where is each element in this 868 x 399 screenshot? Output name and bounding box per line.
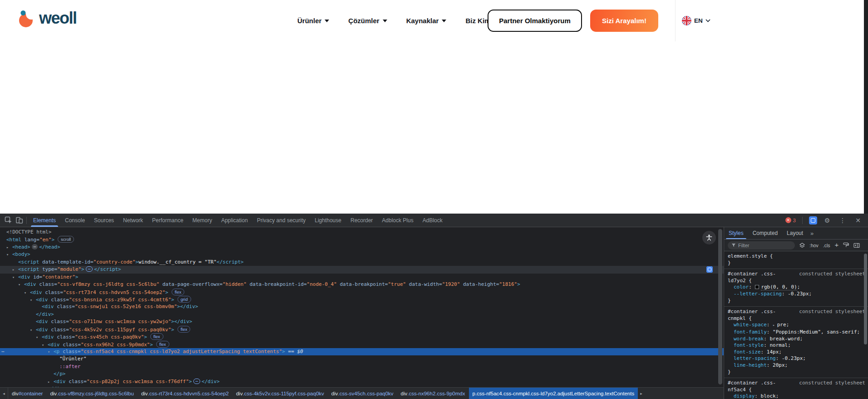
breadcrumb-item[interactable]: div.css-rt73r4.css-hdvvn5.css-54oep2 (138, 388, 232, 399)
devtools-tab-network[interactable]: Network (118, 214, 148, 227)
devtools-tab-adblock-plus[interactable]: Adblock Plus (377, 214, 418, 227)
css-rule-selector[interactable]: element.style { (728, 253, 773, 260)
dom-tree-row[interactable]: </div> (0, 311, 724, 318)
collapse-arrow-icon[interactable]: ▾ (42, 341, 48, 349)
collapse-arrow-icon[interactable]: ▾ (18, 281, 24, 289)
devtools-tab-adblock[interactable]: AdBlock (418, 214, 447, 227)
css-rule-selector[interactable]: ld7yo2 { (728, 278, 752, 284)
page-scrollbar[interactable] (864, 0, 868, 214)
row-options-dots-icon[interactable]: ⋯ (1, 348, 5, 356)
css-property[interactable]: font-style: normal; (728, 342, 865, 349)
cta-button[interactable]: Sizi Arayalım! (590, 10, 658, 32)
close-devtools-icon[interactable]: ✕ (853, 215, 863, 226)
dom-tree-row[interactable]: ▾<div class="css-bnsnia css-z9kw5f css-4… (0, 296, 724, 303)
dom-tree-row[interactable]: "Ürünler" (0, 355, 724, 363)
dom-tree-row[interactable]: <div class="css-snwju1 css-52ye16 css-bb… (0, 303, 724, 310)
styles-scrollbar[interactable] (864, 254, 867, 344)
pseudo-state-button[interactable]: :hov (809, 243, 819, 248)
dom-tree-row[interactable]: <div class="css-o711nw css-wc1msa css-yw… (0, 318, 724, 325)
css-property[interactable]: color: rgb(0, 0, 0); (728, 284, 865, 291)
breadcrumb-back-icon[interactable]: ◂ (0, 388, 8, 399)
nav-item-kaynaklar[interactable]: Kaynaklar (406, 17, 447, 25)
dom-tree-row[interactable]: ::after (0, 363, 724, 370)
dom-tree-row[interactable]: ▾<div class="css-rt73r4 css-hdvvn5 css-5… (0, 289, 724, 296)
css-property[interactable]: --letter-spacing: -0.23px; (728, 291, 865, 298)
device-toolbar-icon[interactable] (14, 215, 25, 226)
sidebar-tab-computed[interactable]: Computed (748, 227, 782, 239)
css-property[interactable]: font-family: "Poppins:Medium", sans-seri… (728, 329, 865, 336)
breadcrumb-forward-icon[interactable]: ▸ (638, 388, 645, 399)
css-rule-selector[interactable]: #container .css- (728, 380, 776, 387)
css-rule-selector[interactable]: nf5ac4 { (728, 387, 752, 393)
collapse-arrow-icon[interactable]: ▾ (36, 334, 42, 341)
css-property[interactable]: letter-spacing: -0.23px; (728, 355, 865, 362)
dom-tree-row[interactable]: </p> (0, 370, 724, 378)
accessibility-fab[interactable] (702, 231, 716, 244)
breadcrumb-item[interactable]: div.css-nx96h2.css-9p0mdx (397, 388, 469, 399)
format-painter-icon[interactable] (843, 242, 849, 248)
dom-tree-row[interactable]: ▸<div class="css-p82p2j css-wc1msa css-f… (0, 378, 724, 385)
nav-item-r-nler[interactable]: Ürünler (297, 17, 329, 25)
partner-button[interactable]: Partner Olmaktiyorum (488, 10, 582, 32)
collapse-arrow-icon[interactable]: ▾ (24, 289, 30, 297)
inspect-element-icon[interactable] (3, 215, 14, 226)
settings-gear-icon[interactable]: ⚙ (822, 215, 833, 226)
extension-icon[interactable] (809, 216, 817, 224)
dom-tree-row[interactable]: ▾<body> (0, 251, 724, 258)
dom-tree-row[interactable]: ▾<div class="css-vf8mzy css-j6ldtg css-5… (0, 281, 724, 288)
css-property[interactable]: white-space: ▸ pre; (728, 322, 865, 329)
devtools-tab-memory[interactable]: Memory (188, 214, 217, 227)
dom-tree-row[interactable]: <!DOCTYPE html> (0, 229, 724, 236)
dom-tree-row[interactable]: ▾<div class="css-nx96h2 css-9p0mdx">flex (0, 341, 724, 348)
css-property[interactable]: font-size: 14px; (728, 349, 865, 356)
dom-tree-row[interactable]: ▾<div class="css-sv45ch css-paq0kv">flex (0, 333, 724, 340)
dom-tree-row[interactable]: ▸<script type="module">⋯</script> (0, 266, 724, 273)
devtools-tab-sources[interactable]: Sources (89, 214, 118, 227)
expand-arrow-icon[interactable]: ▸ (773, 323, 777, 327)
collapse-arrow-icon[interactable]: ▾ (12, 274, 18, 281)
css-property[interactable]: display: block; (728, 393, 865, 399)
breadcrumb-item[interactable]: div.css-4k5v2v.css-115pyf.css-paq0kv (232, 388, 328, 399)
layers-icon[interactable] (799, 243, 805, 248)
new-style-rule-button[interactable]: + (835, 241, 839, 249)
breadcrumb-item[interactable]: div.css-vf8mzy.css-j6ldtg.css-5c6lbu (46, 388, 137, 399)
sidebar-tab-styles[interactable]: Styles (724, 227, 748, 239)
dom-tree-row[interactable]: ▾<div class="css-4k5v2v css-115pyf css-p… (0, 326, 724, 333)
language-selector[interactable]: EN (682, 0, 710, 41)
dom-tree-row[interactable]: <html lang="en">scroll (0, 236, 724, 243)
breadcrumb-item[interactable]: div.css-sv45ch.css-paq0kv (328, 388, 397, 399)
devtools-tab-privacy-and-security[interactable]: Privacy and security (252, 214, 310, 227)
collapse-arrow-icon[interactable]: ▾ (30, 296, 36, 304)
devtools-tab-performance[interactable]: Performance (148, 214, 188, 227)
nav-item-z-mler[interactable]: Çözümler (348, 17, 387, 25)
expand-arrow-icon[interactable]: ▸ (12, 266, 18, 274)
css-property[interactable]: line-height: 20px; (728, 362, 865, 369)
more-tabs-icon[interactable]: » (808, 227, 816, 239)
expand-arrow-icon[interactable]: ▸ (48, 378, 54, 386)
css-rule-selector[interactable]: #container .css- (728, 271, 776, 278)
devtools-tab-elements[interactable]: Elements (29, 214, 60, 227)
dock-panel-icon[interactable] (853, 243, 860, 248)
color-swatch[interactable] (755, 285, 759, 289)
kebab-menu-icon[interactable]: ⋮ (837, 215, 848, 226)
devtools-tab-console[interactable]: Console (60, 214, 89, 227)
dom-tree-row[interactable]: <script data-template-id="country-code">… (0, 259, 724, 266)
devtools-tab-lighthouse[interactable]: Lighthouse (310, 214, 346, 227)
collapse-arrow-icon[interactable]: ▾ (48, 348, 54, 356)
console-errors-badge[interactable]: ✕ 3 (785, 217, 796, 223)
collapse-arrow-icon[interactable]: ▾ (30, 326, 36, 334)
css-rule-selector[interactable]: #container .css- (728, 309, 776, 315)
extension-badge-icon[interactable] (706, 266, 713, 273)
dom-tree-row[interactable]: ⋯▾<p class="css-nf5ac4 css-cnmpkl css-ld… (0, 348, 724, 355)
sidebar-tab-layout[interactable]: Layout (782, 227, 808, 239)
dom-tree-row[interactable]: ▾<div id="container"> (0, 274, 724, 281)
expand-arrow-icon[interactable]: ▸ (6, 244, 12, 251)
devtools-tab-recorder[interactable]: Recorder (346, 214, 377, 227)
css-rule-selector[interactable]: cnmpkl { (728, 315, 752, 321)
styles-filter-input[interactable]: Filter (728, 241, 795, 249)
site-logo[interactable]: weoll (18, 8, 77, 28)
collapse-arrow-icon[interactable]: ▾ (6, 251, 12, 259)
elements-scrollbar[interactable] (718, 229, 722, 384)
breadcrumb-item[interactable]: p.css-nf5ac4.css-cnmpkl.css-ld7yo2.adjus… (469, 388, 638, 399)
element-classes-button[interactable]: .cls (823, 243, 830, 248)
